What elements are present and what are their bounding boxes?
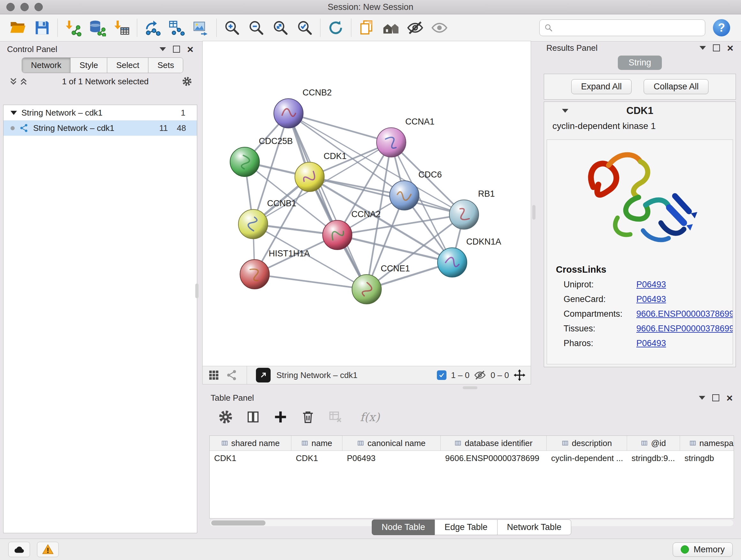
network-node-HIST1H1A[interactable]	[240, 260, 269, 289]
table-options-gear-icon[interactable]	[218, 410, 233, 424]
create-column-plus-icon[interactable]	[273, 410, 288, 424]
network-from-table-button[interactable]	[165, 17, 189, 39]
network-edge-CCNB2-CCNE1[interactable]	[288, 113, 367, 289]
zoom-in-button[interactable]	[220, 17, 244, 39]
table-cell[interactable]: cyclin-dependent ...	[547, 451, 627, 465]
column-header-canonical-name[interactable]: canonical name	[342, 436, 441, 450]
help-button[interactable]: ?	[713, 19, 730, 37]
zoom-window-button[interactable]	[35, 3, 43, 11]
table-cell[interactable]: CDK1	[291, 451, 342, 465]
network-canvas[interactable]: CCNB2CCNA1CDC25BCDK1CDC6RB1CCNB1CCNA2CDK…	[203, 41, 531, 366]
tab-network[interactable]: Network	[22, 58, 70, 73]
import-table-file-button[interactable]	[110, 17, 134, 39]
column-header-name[interactable]: name	[291, 436, 342, 450]
collapse-gene-caret-icon[interactable]	[562, 109, 568, 113]
close-panel-icon[interactable]: ×	[727, 43, 733, 53]
collapse-all-icon[interactable]	[8, 76, 18, 86]
pan-crosshair-icon[interactable]	[514, 369, 526, 381]
save-session-button[interactable]	[30, 17, 54, 39]
hide-graphics-button[interactable]	[403, 17, 427, 39]
float-panel-icon[interactable]	[712, 394, 719, 401]
tab-string[interactable]: String	[618, 56, 662, 70]
warnings-button[interactable]	[37, 542, 59, 557]
float-panel-icon[interactable]	[173, 46, 180, 53]
network-node-CDKN1A[interactable]	[437, 248, 467, 277]
table-row[interactable]: CDK1CDK1P064939606.ENSP00000378699cyclin…	[210, 451, 734, 465]
network-node-CDK1[interactable]	[295, 162, 324, 192]
network-node-CCNA2[interactable]	[323, 220, 352, 250]
table-cell[interactable]: CDK1	[210, 451, 291, 465]
tab-sets[interactable]: Sets	[148, 58, 183, 73]
string-home-button[interactable]	[379, 17, 403, 39]
table-cell[interactable]: stringdb	[680, 451, 734, 465]
hidden-eye-slash-icon[interactable]	[474, 369, 486, 381]
tree-expand-caret-icon[interactable]	[10, 111, 17, 115]
network-graph[interactable]: CCNB2CCNA1CDC25BCDK1CDC6RB1CCNB1CCNA2CDK…	[203, 41, 531, 366]
panel-menu-caret-icon[interactable]	[159, 47, 166, 51]
splitter-handle[interactable]	[195, 284, 199, 298]
network-node-CCNB1[interactable]	[239, 209, 268, 239]
close-window-button[interactable]	[6, 3, 15, 11]
network-node-CCNE1[interactable]	[352, 274, 381, 304]
crosslink-link[interactable]: P06493	[636, 280, 666, 290]
delete-column-trash-icon[interactable]	[300, 410, 315, 424]
splitter-handle[interactable]	[532, 205, 536, 220]
tab-select[interactable]: Select	[107, 58, 148, 73]
search-input[interactable]	[556, 23, 700, 33]
import-network-database-button[interactable]	[85, 17, 110, 39]
panel-menu-caret-icon[interactable]	[699, 46, 706, 50]
annotation-mode-button[interactable]	[256, 368, 271, 382]
new-network-button[interactable]	[140, 17, 165, 39]
search-box[interactable]	[539, 19, 705, 36]
network-node-RB1[interactable]	[449, 200, 479, 229]
column-header-shared-name[interactable]: shared name	[210, 436, 291, 450]
network-edge-CCNB2-CCNA1[interactable]	[288, 113, 391, 142]
column-header-database-identifier[interactable]: database identifier	[441, 436, 547, 450]
splitter-handle[interactable]	[463, 386, 477, 389]
column-header-description[interactable]: description	[547, 436, 627, 450]
apply-layout-button[interactable]	[324, 17, 348, 39]
zoom-fit-button[interactable]	[268, 17, 293, 39]
network-edge-CCNE1-HIST1H1A[interactable]	[255, 274, 367, 289]
crosslink-link[interactable]: P06493	[636, 338, 666, 348]
cloud-status-button[interactable]	[8, 542, 30, 557]
column-header-namespac[interactable]: namespac	[680, 436, 734, 450]
gear-icon[interactable]	[182, 76, 192, 86]
crosslink-link[interactable]: 9606.ENSP00000378699	[636, 324, 733, 334]
tab-node-table[interactable]: Node Table	[372, 519, 435, 535]
zoom-selected-button[interactable]	[293, 17, 317, 39]
expand-all-icon[interactable]	[18, 76, 29, 86]
zoom-out-button[interactable]	[244, 17, 268, 39]
panel-menu-caret-icon[interactable]	[699, 396, 705, 400]
network-node-CDC25B[interactable]	[230, 147, 259, 177]
tab-style[interactable]: Style	[70, 58, 107, 73]
show-columns-icon[interactable]	[246, 410, 260, 424]
collection-row[interactable]: String Network – cdk1 1	[3, 105, 197, 120]
memory-button[interactable]: Memory	[673, 543, 733, 557]
selected-checkbox-icon[interactable]	[437, 370, 447, 380]
tab-network-table[interactable]: Network Table	[497, 519, 571, 535]
overview-network-icon[interactable]	[226, 369, 238, 381]
crosslink-link[interactable]: 9606.ENSP00000378699	[636, 309, 733, 319]
birdseye-grid-icon[interactable]	[208, 369, 220, 381]
expand-all-button[interactable]: Expand All	[571, 79, 632, 94]
documentation-button[interactable]	[354, 17, 379, 39]
collapse-all-button[interactable]: Collapse All	[644, 79, 709, 94]
show-graphics-button[interactable]	[427, 17, 452, 39]
column-header--id[interactable]: @id	[627, 436, 680, 450]
tab-edge-table[interactable]: Edge Table	[434, 519, 497, 535]
network-node-CCNB2[interactable]	[274, 99, 303, 128]
network-row[interactable]: String Network – cdk1 11 48	[3, 120, 197, 136]
function-builder-button[interactable]: f(x)	[360, 411, 380, 424]
close-panel-icon[interactable]: ×	[726, 392, 733, 403]
table-cell[interactable]: 9606.ENSP00000378699	[441, 451, 547, 465]
network-node-CCNA1[interactable]	[377, 128, 406, 157]
open-session-button[interactable]	[6, 17, 30, 39]
crosslink-link[interactable]: P06493	[636, 294, 666, 304]
table-cell[interactable]: stringdb:9...	[627, 451, 680, 465]
float-panel-icon[interactable]	[713, 44, 720, 51]
close-panel-icon[interactable]: ×	[187, 44, 193, 55]
minimize-window-button[interactable]	[20, 3, 29, 11]
import-network-file-button[interactable]	[61, 17, 85, 39]
table-cell[interactable]: P06493	[342, 451, 441, 465]
